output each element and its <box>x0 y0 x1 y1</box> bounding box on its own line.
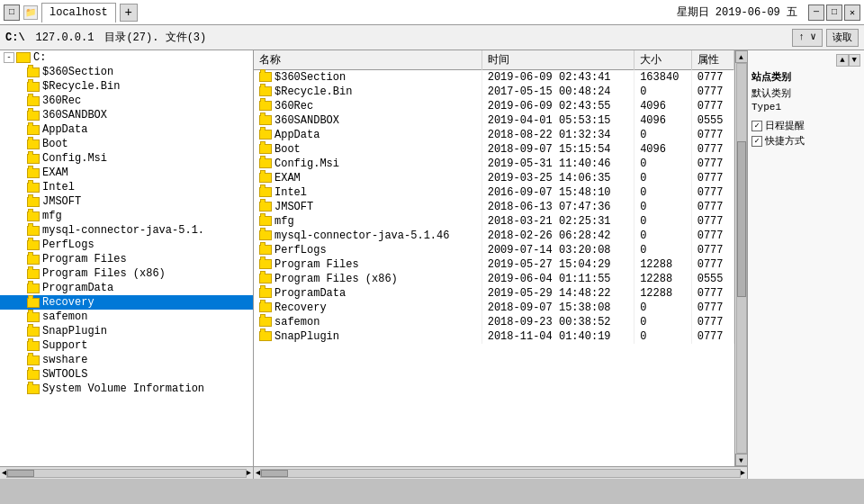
cell-attr: 0777 <box>691 157 734 171</box>
vscroll-track[interactable] <box>736 63 747 454</box>
cell-time: 2019-06-09 02:43:55 <box>482 99 634 113</box>
table-row[interactable]: EXAM 2019-03-25 14:06:35 0 0777 <box>254 171 734 185</box>
tree-item-label: Program Files (x86) <box>42 267 166 280</box>
left-hscroll[interactable]: ◄ ► <box>0 466 253 479</box>
cell-name: Program Files (x86) <box>254 272 482 286</box>
cell-size: 163840 <box>634 70 692 86</box>
table-row[interactable]: $Recycle.Bin 2017-05-15 00:48:24 0 0777 <box>254 85 734 99</box>
col-size[interactable]: 大小 <box>634 50 692 70</box>
cell-time: 2019-06-04 01:11:55 <box>482 272 634 286</box>
tree-item[interactable]: SnapPlugin <box>0 324 253 338</box>
hscroll-track[interactable] <box>6 469 246 478</box>
cell-name: Program Files <box>254 257 482 272</box>
minimize-btn[interactable]: ─ <box>808 4 824 21</box>
vscroll-up[interactable]: ▲ <box>735 50 748 63</box>
tree-item[interactable]: Program Files <box>0 252 253 266</box>
vscroll-thumb[interactable] <box>737 141 746 297</box>
table-row[interactable]: Program Files 2019-05-27 15:04:29 12288 … <box>254 257 734 272</box>
close-btn[interactable]: ✕ <box>844 4 860 21</box>
cell-name: mfg <box>254 214 482 229</box>
table-row[interactable]: Config.Msi 2019-05-31 11:40:46 0 0777 <box>254 157 734 171</box>
col-name[interactable]: 名称 <box>254 50 482 70</box>
table-row[interactable]: AppData 2018-08-22 01:32:34 0 0777 <box>254 128 734 142</box>
tree-item[interactable]: Boot <box>0 137 253 151</box>
sidebar-item-default[interactable]: 默认类别 <box>752 86 860 101</box>
maximize-btn[interactable]: □ <box>826 4 842 21</box>
table-row[interactable]: safemon 2018-09-23 00:38:52 0 0777 <box>254 315 734 329</box>
tree-item[interactable]: Recovery <box>0 295 253 310</box>
table-row[interactable]: JMSOFT 2018-06-13 07:47:36 0 0777 <box>254 200 734 214</box>
checkbox-shortcut-box[interactable]: ✓ <box>752 136 762 147</box>
tree-item[interactable]: EXAM <box>0 166 253 180</box>
tree-item[interactable]: 360SANDBOX <box>0 108 253 122</box>
tree-item[interactable]: JMSOFT <box>0 194 253 209</box>
table-row[interactable]: SnapPlugin 2018-11-04 01:40:19 0 0777 <box>254 329 734 344</box>
tree-item[interactable]: AppData <box>0 122 253 137</box>
table-row[interactable]: Program Files (x86) 2019-06-04 01:11:55 … <box>254 272 734 286</box>
table-row[interactable]: ProgramData 2019-05-29 14:48:22 12288 07… <box>254 286 734 301</box>
tree-item[interactable]: Support <box>0 338 253 353</box>
table-row[interactable]: Recovery 2018-09-07 15:38:08 0 0777 <box>254 301 734 315</box>
tree-item[interactable]: Config.Msi <box>0 151 253 166</box>
tree-item[interactable]: safemon <box>0 310 253 324</box>
table-row[interactable]: 360SANDBOX 2019-04-01 05:53:15 4096 0555 <box>254 113 734 128</box>
tree-item[interactable]: $360Section <box>0 65 253 79</box>
right-sidebar: ▲ ▼ 站点类别 默认类别 Type1 ✓ 日程提醒 ✓ 快捷方式 <box>747 50 864 479</box>
cell-attr: 0777 <box>691 301 734 315</box>
tree-item-label: mfg <box>42 210 62 222</box>
file-list-table: 名称 时间 大小 属性 $360Section 2019-06-09 <box>254 50 734 344</box>
cell-attr: 0777 <box>691 214 734 229</box>
checkbox-shortcut[interactable]: ✓ 快捷方式 <box>752 134 860 148</box>
file-hscroll-track[interactable] <box>260 469 740 478</box>
window-icon-btn[interactable]: □ <box>4 4 20 21</box>
tree-item[interactable]: PerfLogs <box>0 238 253 252</box>
tree-item[interactable]: SWTOOLS <box>0 367 253 382</box>
cell-name: PerfLogs <box>254 243 482 257</box>
cell-attr: 0777 <box>691 243 734 257</box>
table-row[interactable]: PerfLogs 2009-07-14 03:20:08 0 0777 <box>254 243 734 257</box>
sidebar-title: 站点类别 <box>752 70 860 84</box>
table-row[interactable]: mysql-connector-java-5.1.46 2018-02-26 0… <box>254 229 734 243</box>
up-btn[interactable]: ↑ ∨ <box>792 29 823 47</box>
tree-expander[interactable]: - <box>4 52 14 63</box>
tree-item-label: Boot <box>42 138 68 150</box>
tree-item[interactable]: System Volume Information <box>0 382 253 396</box>
file-hscroll[interactable]: ◄ ► <box>254 466 747 479</box>
checkbox-schedule-box[interactable]: ✓ <box>752 121 762 131</box>
table-row[interactable]: mfg 2018-03-21 02:25:31 0 0777 <box>254 214 734 229</box>
tree-item[interactable]: mysql-connector-java-5.1. <box>0 223 253 238</box>
table-row[interactable]: $360Section 2019-06-09 02:43:41 163840 0… <box>254 70 734 86</box>
cell-size: 0 <box>634 171 692 185</box>
cell-time: 2018-06-13 07:47:36 <box>482 200 634 214</box>
tree-item[interactable]: Intel <box>0 180 253 194</box>
sidebar-vscroll-up[interactable]: ▲ <box>836 54 848 67</box>
file-vscroll[interactable]: ▲ ▼ <box>734 50 747 466</box>
tree-item-label: $360Section <box>42 66 113 78</box>
sidebar-item-type1[interactable]: Type1 <box>752 101 860 113</box>
col-attr[interactable]: 属性 <box>691 50 734 70</box>
cell-attr: 0777 <box>691 329 734 344</box>
add-tab-btn[interactable]: + <box>120 4 138 22</box>
file-hscroll-thumb[interactable] <box>261 470 288 477</box>
cell-size: 0 <box>634 200 692 214</box>
table-row[interactable]: Intel 2016-09-07 15:48:10 0 0777 <box>254 185 734 200</box>
tree-item-label: 360Rec <box>42 94 81 107</box>
hscroll-thumb[interactable] <box>7 470 34 477</box>
tree-item[interactable]: 360Rec <box>0 94 253 108</box>
col-time[interactable]: 时间 <box>482 50 634 70</box>
tree-item-label: System Volume Information <box>42 382 204 395</box>
sidebar-vscroll-down[interactable]: ▼ <box>849 54 860 67</box>
read-btn[interactable]: 读取 <box>826 29 859 47</box>
tree-item[interactable]: ProgramData <box>0 281 253 295</box>
cell-attr: 0555 <box>691 272 734 286</box>
tree-item[interactable]: mfg <box>0 209 253 223</box>
main-tab[interactable]: localhost <box>41 3 116 22</box>
vscroll-down[interactable]: ▼ <box>735 454 748 466</box>
tree-root[interactable]: - C: <box>0 50 253 65</box>
tree-item[interactable]: Program Files (x86) <box>0 266 253 281</box>
tree-item[interactable]: $Recycle.Bin <box>0 79 253 94</box>
table-row[interactable]: Boot 2018-09-07 15:15:54 4096 0777 <box>254 142 734 157</box>
table-row[interactable]: 360Rec 2019-06-09 02:43:55 4096 0777 <box>254 99 734 113</box>
tree-item[interactable]: swshare <box>0 353 253 367</box>
checkbox-schedule[interactable]: ✓ 日程提醒 <box>752 119 860 132</box>
